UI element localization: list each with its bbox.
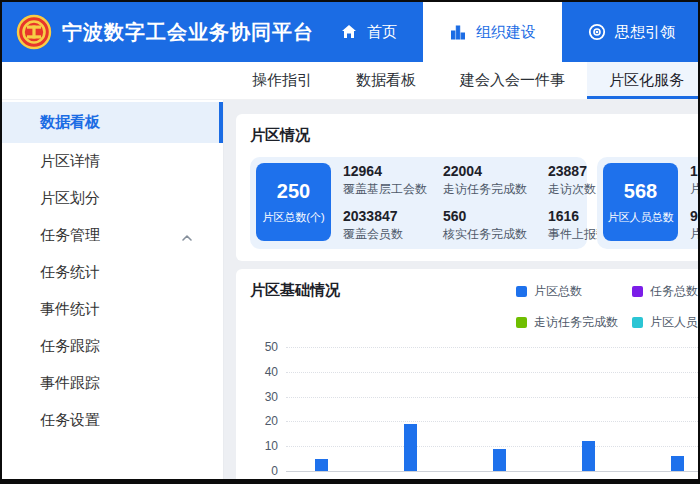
stat-item: 12964覆盖基层工会数 — [343, 163, 443, 198]
sidebar-item-label: 片区详情 — [40, 152, 100, 171]
legend-swatch-icon — [516, 317, 527, 328]
subnav-tab[interactable]: 数据看板 — [334, 62, 438, 99]
legend-swatch-icon — [632, 286, 643, 297]
sidebar-item-label: 片区划分 — [40, 189, 100, 208]
legend-swatch-icon — [516, 286, 527, 297]
stat-label: 片区 — [690, 226, 698, 243]
sidebar-item[interactable]: 事件跟踪 — [2, 365, 223, 402]
highlight-value: 250 — [277, 180, 310, 203]
subnav-tab[interactable]: 片区化服务 — [587, 62, 700, 99]
stat-value: 2033847 — [343, 208, 443, 224]
legend-item[interactable]: 任务总数 — [632, 283, 698, 300]
stat-value: 22004 — [443, 163, 548, 179]
stats-grid: 190片区96片区 — [690, 163, 698, 243]
overview-card: 片区情况 250片区总数(个)12964覆盖基层工会数22004走访任务完成数2… — [236, 114, 698, 261]
subnav: 操作指引数据看板建会入会一件事片区化服务联 — [2, 62, 698, 100]
sidebar: 数据看板片区详情片区划分任务管理任务统计事件统计任务跟踪事件跟踪任务设置 — [2, 100, 224, 479]
legend-label: 走访任务完成数 — [534, 314, 618, 331]
y-axis-tick: 50 — [250, 340, 278, 354]
bar-市本级[interactable] — [315, 459, 328, 471]
body: 数据看板片区详情片区划分任务管理任务统计事件统计任务跟踪事件跟踪任务设置 片区情… — [2, 100, 698, 479]
stat-item: 96片区 — [690, 208, 698, 243]
stat-value: 560 — [443, 208, 548, 224]
stat-value: 96 — [690, 208, 698, 224]
sidebar-item[interactable]: 片区详情 — [2, 143, 223, 180]
stat-item: 190片区 — [690, 163, 698, 198]
sidebar-item-label: 事件统计 — [40, 300, 100, 319]
app-header: 宁波数字工会业务协同平台 首页组织建设思想引领 — [2, 2, 698, 62]
legend-item[interactable]: 走访任务完成数 — [516, 314, 632, 331]
y-axis-tick: 0 — [250, 464, 278, 478]
gridline — [286, 397, 698, 398]
subnav-tab[interactable]: 建会入会一件事 — [438, 62, 587, 99]
top-nav-label: 首页 — [367, 23, 397, 42]
sidebar-item[interactable]: 片区划分 — [2, 180, 223, 217]
sidebar-item-label: 任务管理 — [40, 226, 100, 245]
legend-item[interactable]: 片区人员总数 — [632, 314, 698, 331]
app-window: 宁波数字工会业务协同平台 首页组织建设思想引领 操作指引数据看板建会入会一件事片… — [0, 0, 700, 484]
sidebar-item[interactable]: 任务跟踪 — [2, 328, 223, 365]
subnav-tab[interactable]: 操作指引 — [230, 62, 334, 99]
stat-panel: 250片区总数(个)12964覆盖基层工会数22004走访任务完成数23887走… — [250, 157, 587, 249]
bar-江北区[interactable] — [493, 449, 506, 471]
chart-header: 片区基础情况 片区总数任务总数走访任务完成数片区人员总数 — [250, 281, 696, 333]
overview-panels: 250片区总数(个)12964覆盖基层工会数22004走访任务完成数23887走… — [250, 157, 696, 249]
top-nav-item[interactable]: 组织建设 — [423, 2, 562, 62]
app-title: 宁波数字工会业务协同平台 — [62, 19, 314, 46]
top-nav-label: 组织建设 — [476, 23, 536, 42]
gridline — [286, 347, 698, 348]
stat-value: 190 — [690, 163, 698, 179]
bar-海曙区[interactable] — [404, 424, 417, 471]
bar-镇海区[interactable] — [582, 441, 595, 471]
sidebar-item[interactable]: 任务统计 — [2, 254, 223, 291]
highlight-label: 片区人员总数 — [608, 210, 674, 225]
y-axis-tick: 40 — [250, 365, 278, 379]
sidebar-item[interactable]: 数据看板 — [2, 102, 223, 143]
stat-label: 覆盖会员数 — [343, 226, 443, 243]
highlight-box: 250片区总数(个) — [256, 163, 331, 241]
chevron-up-icon — [181, 230, 193, 242]
sidebar-item[interactable]: 任务管理 — [2, 217, 223, 254]
legend-label: 片区总数 — [534, 283, 582, 300]
legend-item[interactable]: 片区总数 — [516, 283, 632, 300]
stat-panel: 568片区人员总数190片区96片区 — [597, 157, 698, 249]
sidebar-item-label: 任务设置 — [40, 411, 100, 430]
gridline — [286, 372, 698, 373]
bar-北仑区[interactable] — [671, 456, 684, 471]
highlight-value: 568 — [624, 180, 657, 203]
chart-legend: 片区总数任务总数走访任务完成数片区人员总数 — [516, 283, 698, 331]
sidebar-item[interactable]: 事件统计 — [2, 291, 223, 328]
gridline — [286, 446, 698, 447]
chart-card: 片区基础情况 片区总数任务总数走访任务完成数片区人员总数 50403020100… — [236, 269, 698, 479]
stat-label: 核实任务完成数 — [443, 226, 548, 243]
union-logo-icon — [16, 14, 52, 50]
sidebar-item-label: 数据看板 — [40, 113, 100, 132]
highlight-label: 片区总数(个) — [262, 210, 324, 225]
stat-item: 2033847覆盖会员数 — [343, 208, 443, 243]
sidebar-item-label: 任务跟踪 — [40, 337, 100, 356]
stat-label: 覆盖基层工会数 — [343, 181, 443, 198]
emblem-ring-icon — [588, 23, 606, 41]
stat-item: 22004走访任务完成数 — [443, 163, 548, 198]
brand: 宁波数字工会业务协同平台 — [2, 2, 314, 62]
legend-label: 任务总数 — [650, 283, 698, 300]
sidebar-item-label: 事件跟踪 — [40, 374, 100, 393]
top-nav: 首页组织建设思想引领 — [314, 2, 700, 62]
stats-grid: 12964覆盖基层工会数22004走访任务完成数23887走访次数2033847… — [343, 163, 638, 243]
top-nav-item[interactable]: 首页 — [314, 2, 423, 62]
gridline — [286, 421, 698, 422]
top-nav-item[interactable]: 思想引领 — [562, 2, 700, 62]
sidebar-item[interactable]: 任务设置 — [2, 402, 223, 439]
highlight-box: 568片区人员总数 — [603, 163, 678, 241]
stat-label: 片区 — [690, 181, 698, 198]
bar-chart: 50403020100市本级海曙区江北区镇海区北仑区 — [250, 337, 696, 479]
gridline — [286, 471, 698, 472]
stat-value: 12964 — [343, 163, 443, 179]
y-axis-tick: 10 — [250, 439, 278, 453]
y-axis-tick: 20 — [250, 414, 278, 428]
main-content: 片区情况 250片区总数(个)12964覆盖基层工会数22004走访任务完成数2… — [224, 100, 698, 479]
overview-title: 片区情况 — [250, 126, 696, 145]
top-nav-label: 思想引领 — [615, 23, 675, 42]
sidebar-item-label: 任务统计 — [40, 263, 100, 282]
stat-item: 560核实任务完成数 — [443, 208, 548, 243]
